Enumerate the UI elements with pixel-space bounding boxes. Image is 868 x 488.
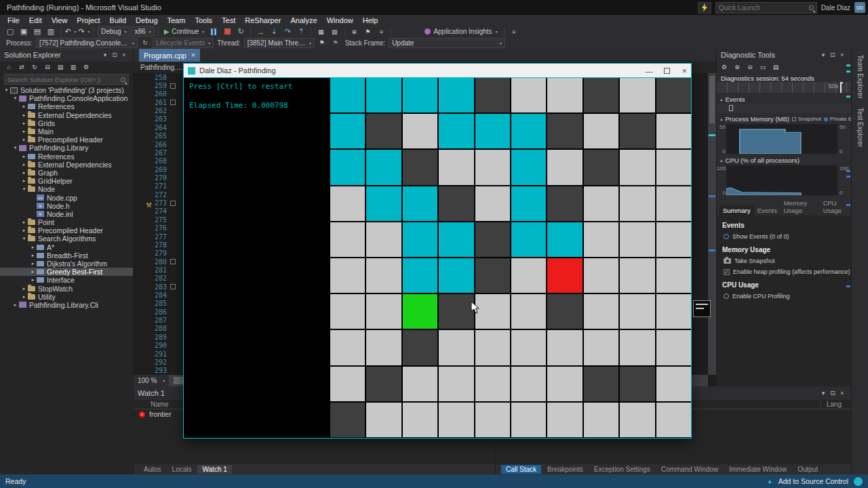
fold-marker-icon[interactable]	[170, 83, 176, 89]
tree-item-node-cpp[interactable]: ++Node.cpp	[0, 193, 133, 201]
tree-arrow-icon[interactable]: ▸	[20, 113, 28, 118]
tree-arrow-icon[interactable]: ▸	[29, 261, 37, 266]
menu-window[interactable]: Window	[322, 16, 358, 25]
tree-arrow-icon[interactable]: ▸	[20, 170, 28, 176]
project-dropdown[interactable]: Pathfinding.ConsoleApplication	[140, 64, 188, 71]
tree-arrow-icon[interactable]: ▸	[20, 104, 28, 109]
tree-arrow-icon[interactable]: ▸	[20, 162, 28, 167]
tab-program-cpp[interactable]: Program.cpp ×	[139, 49, 200, 62]
break-all-button[interactable]	[208, 26, 220, 37]
tree-arrow-icon[interactable]: ▸	[29, 253, 37, 258]
quick-launch-input[interactable]	[719, 4, 809, 12]
diag-tab-summary[interactable]: Summary	[719, 205, 754, 216]
fold-marker-icon[interactable]	[170, 201, 176, 206]
fold-marker-icon[interactable]	[170, 259, 176, 264]
tree-arrow-icon[interactable]: ▸	[20, 286, 28, 291]
tree-item-precompiled-header[interactable]: ▸Precompiled Header	[0, 226, 133, 235]
tree-arrow-icon[interactable]: ▸	[20, 178, 28, 184]
events-section-header[interactable]: ▴ Events	[717, 96, 852, 103]
stop-button[interactable]	[221, 26, 233, 37]
tree-item-a[interactable]: ▸A*	[0, 243, 133, 251]
chart-options-icon[interactable]: ▤	[770, 62, 782, 72]
tree-item-solution-pathfinding-3-projects[interactable]: ▾Solution 'Pathfinding' (3 projects)	[0, 86, 133, 94]
threads-icon[interactable]: ▦	[315, 26, 327, 37]
tree-arrow-icon[interactable]: ▸	[20, 137, 28, 142]
diag-tab-cpu-usage[interactable]: CPU Usage	[820, 198, 852, 216]
collapse-all-icon[interactable]: ⊟	[41, 62, 54, 73]
tree-arrow-icon[interactable]: ▾	[12, 96, 19, 101]
save-icon[interactable]: ▤	[31, 26, 43, 37]
open-file-icon[interactable]: ▣	[18, 26, 30, 37]
menu-project[interactable]: Project	[72, 16, 104, 25]
heap-profiling-checkbox[interactable]: ✓ Enable heap profiling (affects perform…	[724, 268, 852, 275]
close-icon[interactable]: ×	[837, 52, 847, 58]
tree-item-interface[interactable]: ▸Interface	[0, 276, 133, 284]
tab-command-window[interactable]: Command Window	[656, 465, 723, 474]
diag-tab-events[interactable]: Events	[754, 205, 781, 216]
tree-item-gridhelper[interactable]: ▸GridHelper	[0, 177, 133, 185]
fold-marker-icon[interactable]	[170, 284, 176, 289]
step-over-icon[interactable]: ↷	[281, 26, 294, 37]
sync-icon[interactable]: ⇄	[16, 62, 28, 73]
tree-item-references[interactable]: ▸References	[0, 152, 133, 161]
vertical-scrollbar[interactable]	[708, 73, 716, 375]
menu-file[interactable]: File	[3, 16, 24, 25]
tree-arrow-icon[interactable]: ▸	[20, 154, 28, 159]
menu-build[interactable]: Build	[105, 16, 131, 25]
close-icon[interactable]: ×	[837, 390, 847, 396]
debug-config-dropdown[interactable]: Debug▾	[98, 26, 130, 37]
collapse-triangle-icon[interactable]: ▴	[720, 97, 723, 102]
publish-icon[interactable]	[854, 477, 863, 486]
cpu-section-header[interactable]: ▴ CPU (% of all processors)	[717, 157, 852, 164]
tree-item-node[interactable]: ▾Node	[0, 185, 133, 193]
tree-arrow-icon[interactable]: ▸	[20, 228, 28, 233]
show-next-statement-icon[interactable]: →	[254, 26, 267, 37]
tree-item-external-dependencies[interactable]: ▸External Dependencies	[0, 111, 133, 119]
add-to-source-control-button[interactable]: Add to Source Control	[778, 477, 848, 485]
stack-frame-dropdown[interactable]: Update▾	[389, 38, 505, 48]
solution-search-box[interactable]	[4, 74, 129, 85]
chevron-down-icon[interactable]: ▾	[100, 52, 110, 58]
tab-watch-1[interactable]: Watch 1	[197, 465, 231, 474]
tree-arrow-icon[interactable]: ▾	[20, 186, 28, 192]
tree-arrow-icon[interactable]: ▸	[20, 129, 28, 134]
tab-exception-settings[interactable]: Exception Settings	[589, 465, 655, 474]
diagnostic-tools-header[interactable]: Diagnostic Tools ▾ ⊡ ×	[717, 48, 851, 62]
home-icon[interactable]: ⌂	[3, 62, 15, 73]
tab-call-stack[interactable]: Call Stack	[501, 465, 541, 474]
menu-team[interactable]: Team	[163, 16, 191, 25]
avatar[interactable]: DD	[854, 2, 865, 13]
tree-arrow-icon[interactable]: ▾	[20, 236, 28, 241]
list-icon[interactable]: ≡	[375, 26, 387, 37]
tree-item-dijkstra-s-algorithm[interactable]: ▸Dijkstra's Algorithm	[0, 260, 133, 268]
menu-tools[interactable]: Tools	[190, 16, 217, 25]
thread-dropdown[interactable]: [3852] Main Thread▾	[244, 38, 315, 48]
undo-icon[interactable]: ↶▾	[64, 26, 77, 37]
titlebar[interactable]: Pathfinding (Running) - Microsoft Visual…	[0, 0, 868, 15]
tree-item-pathfinding-consoleapplication[interactable]: ▾Pathfinding.ConsoleApplication	[0, 94, 133, 102]
tree-item-pathfinding-library[interactable]: ▾Pathfinding.Library	[0, 144, 133, 152]
solution-explorer-header[interactable]: Solution Explorer ▾ ⊡ ×	[0, 48, 133, 62]
tab-locals[interactable]: Locals	[167, 465, 197, 474]
toolbar-overflow-icon[interactable]: ≡	[508, 26, 520, 37]
enable-cpu-profiling-link[interactable]: Enable CPU Profiling	[724, 293, 852, 300]
flag-current-thread-icon[interactable]: ⚑	[316, 38, 328, 48]
tree-item-main[interactable]: ▸Main	[0, 127, 133, 136]
tree-item-greedy-best-first[interactable]: ▸Greedy Best-First	[0, 268, 133, 276]
menu-test[interactable]: Test	[217, 16, 240, 25]
scrollbar-thumb[interactable]	[709, 76, 715, 123]
tree-arrow-icon[interactable]: ▸	[29, 269, 37, 274]
find-icon[interactable]: ⊕	[348, 26, 360, 37]
menu-analyze[interactable]: Analyze	[285, 16, 321, 25]
menu-edit[interactable]: Edit	[24, 16, 47, 25]
diag-tab-memory-usage[interactable]: Memory Usage	[781, 198, 820, 216]
solution-search-input[interactable]	[7, 76, 121, 83]
pin-icon[interactable]: ⊡	[110, 52, 119, 58]
feedback-button[interactable]	[698, 2, 711, 14]
take-snapshot-link[interactable]: Take Snapshot	[724, 258, 852, 264]
zoom-out-icon[interactable]: ⊖	[744, 62, 756, 72]
step-out-icon[interactable]: ⇡	[295, 26, 307, 37]
memory-section-header[interactable]: ▴ Process Memory (MB) Snapshot Private B…	[717, 115, 852, 123]
tab-output[interactable]: Output	[793, 465, 823, 474]
tree-item-utility[interactable]: ▸Utility	[0, 293, 133, 301]
